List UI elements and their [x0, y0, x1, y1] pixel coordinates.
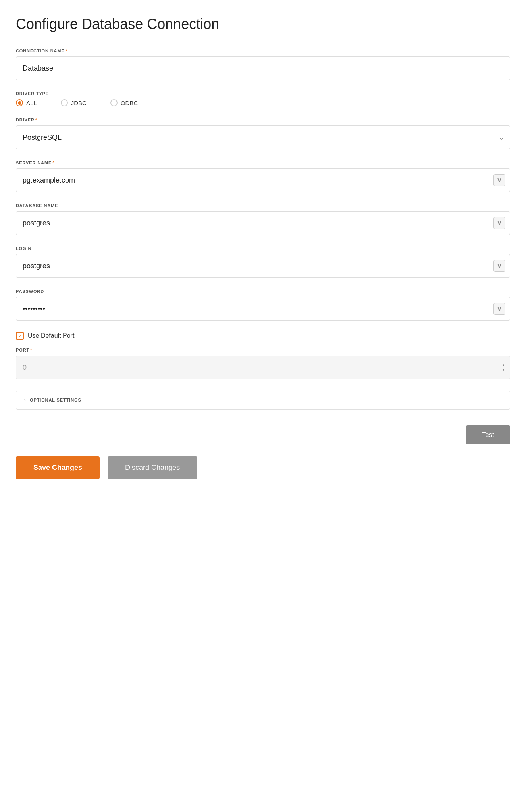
connection-name-label: CONNECTION NAME*	[16, 48, 510, 53]
port-input-wrapper: ▲ ▼	[16, 356, 510, 379]
use-default-port-group: ✓ Use Default Port	[16, 332, 510, 340]
radio-label-jdbc: JDBC	[71, 100, 87, 106]
driver-type-group: DRIVER TYPE ALL JDBC ODBC	[16, 91, 510, 106]
radio-circle-all	[16, 99, 23, 106]
driver-group: DRIVER* PostgreSQL MySQL SQLite SQL Serv…	[16, 117, 510, 149]
radio-label-odbc: ODBC	[121, 100, 138, 106]
login-input[interactable]	[16, 254, 510, 278]
test-button-row: Test	[16, 425, 510, 444]
password-input[interactable]	[16, 297, 510, 321]
discard-button[interactable]: Discard Changes	[108, 456, 197, 479]
radio-dot-all	[18, 101, 21, 105]
page-title: Configure Database Connection	[16, 16, 510, 33]
radio-jdbc[interactable]: JDBC	[61, 99, 87, 106]
server-name-group: SERVER NAME* V	[16, 160, 510, 192]
password-label: PASSWORD	[16, 289, 510, 294]
optional-settings-label: OPTIONAL SETTINGS	[30, 398, 81, 402]
save-button[interactable]: Save Changes	[16, 456, 100, 479]
port-label: PORT*	[16, 348, 510, 352]
port-group: PORT* ▲ ▼	[16, 348, 510, 379]
connection-name-group: CONNECTION NAME*	[16, 48, 510, 80]
login-input-wrapper: V	[16, 254, 510, 278]
database-name-input[interactable]	[16, 211, 510, 235]
password-variable-icon[interactable]: V	[493, 303, 505, 315]
optional-settings-chevron-icon: ›	[24, 397, 26, 403]
optional-settings-section[interactable]: › OPTIONAL SETTINGS	[16, 391, 510, 410]
driver-type-radio-group: ALL JDBC ODBC	[16, 99, 510, 106]
test-button[interactable]: Test	[466, 425, 510, 444]
use-default-port-label: Use Default Port	[28, 332, 74, 339]
login-variable-icon[interactable]: V	[493, 260, 505, 272]
driver-label: DRIVER*	[16, 117, 510, 122]
radio-all[interactable]: ALL	[16, 99, 37, 106]
port-input[interactable]	[16, 356, 510, 379]
password-group: PASSWORD V	[16, 289, 510, 321]
radio-circle-jdbc	[61, 99, 68, 106]
radio-odbc[interactable]: ODBC	[110, 99, 138, 106]
server-name-variable-icon[interactable]: V	[493, 174, 505, 186]
database-name-group: DATABASE NAME V	[16, 203, 510, 235]
connection-name-input[interactable]	[16, 56, 510, 80]
password-input-wrapper: V	[16, 297, 510, 321]
login-label: LOGIN	[16, 246, 510, 251]
driver-select-wrapper: PostgreSQL MySQL SQLite SQL Server Oracl…	[16, 125, 510, 149]
radio-circle-odbc	[110, 99, 118, 106]
action-buttons: Save Changes Discard Changes	[16, 456, 510, 479]
server-name-input-wrapper: V	[16, 168, 510, 192]
driver-select[interactable]: PostgreSQL MySQL SQLite SQL Server Oracl…	[16, 125, 510, 149]
login-group: LOGIN V	[16, 246, 510, 278]
checkbox-check-icon: ✓	[18, 333, 22, 339]
driver-type-label: DRIVER TYPE	[16, 91, 510, 96]
port-spinner[interactable]: ▲ ▼	[501, 363, 505, 372]
server-name-input[interactable]	[16, 168, 510, 192]
database-name-input-wrapper: V	[16, 211, 510, 235]
database-name-variable-icon[interactable]: V	[493, 217, 505, 229]
use-default-port-checkbox[interactable]: ✓	[16, 332, 24, 340]
database-name-label: DATABASE NAME	[16, 203, 510, 208]
radio-label-all: ALL	[26, 100, 37, 106]
spinner-down-icon[interactable]: ▼	[501, 368, 505, 372]
server-name-label: SERVER NAME*	[16, 160, 510, 165]
spinner-up-icon[interactable]: ▲	[501, 363, 505, 367]
